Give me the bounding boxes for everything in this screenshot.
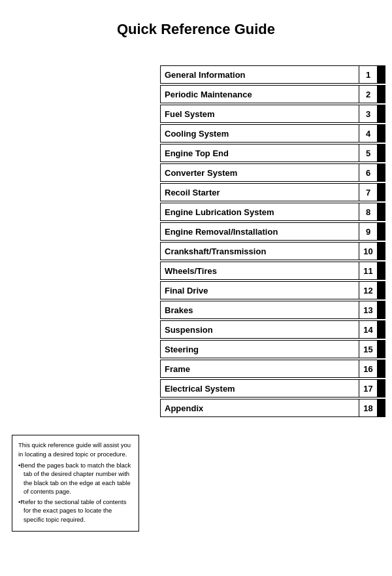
toc-item-number: 7 xyxy=(359,184,377,201)
toc-item-number: 3 xyxy=(359,105,377,122)
toc-item-label: Suspension xyxy=(161,321,359,338)
toc-item-tab xyxy=(377,184,385,201)
toc-item-label: Brakes xyxy=(161,301,359,318)
toc-item-label: Converter System xyxy=(161,164,359,181)
toc-item-label: Engine Top End xyxy=(161,144,359,161)
toc-item-tab xyxy=(377,144,385,161)
toc-item-tab xyxy=(377,164,385,181)
toc-item[interactable]: Final Drive12 xyxy=(160,281,385,299)
toc-item-label: Periodic Maintenance xyxy=(161,86,359,103)
toc-item-number: 18 xyxy=(359,399,377,416)
toc-item-label: Frame xyxy=(161,360,359,377)
toc-item-tab xyxy=(377,66,385,83)
toc-item-number: 17 xyxy=(359,380,377,397)
toc-item-number: 16 xyxy=(359,360,377,377)
toc-item[interactable]: Suspension14 xyxy=(160,320,385,339)
toc-item-tab xyxy=(377,341,385,358)
toc-item[interactable]: Recoil Starter7 xyxy=(160,183,385,201)
toc-item-tab xyxy=(377,399,385,416)
toc-item-number: 9 xyxy=(359,223,377,240)
toc-item-label: Crankshaft/Transmission xyxy=(161,243,359,260)
toc-item-tab xyxy=(377,223,385,240)
toc-item[interactable]: Converter System6 xyxy=(160,163,385,182)
toc-item-label: Cooling System xyxy=(161,125,359,142)
toc-item-tab xyxy=(377,86,385,103)
toc-item-number: 11 xyxy=(359,262,377,279)
toc-item-tab xyxy=(377,301,385,318)
toc-item-label: Wheels/Tires xyxy=(161,262,359,279)
toc-item-tab xyxy=(377,203,385,220)
toc-item-label: Fuel System xyxy=(161,105,359,122)
toc-item[interactable]: Frame16 xyxy=(160,360,385,378)
toc-container: General Information1Periodic Maintenance… xyxy=(160,65,385,418)
toc-item-number: 2 xyxy=(359,86,377,103)
toc-item-label: General Information xyxy=(161,66,359,83)
toc-item-tab xyxy=(377,262,385,279)
toc-item-tab xyxy=(377,380,385,397)
toc-item-number: 8 xyxy=(359,203,377,220)
toc-item-number: 15 xyxy=(359,341,377,358)
info-bullet2: •Refer to the sectional table of content… xyxy=(18,498,133,524)
toc-item[interactable]: Engine Lubrication System8 xyxy=(160,203,385,221)
toc-item-tab xyxy=(377,125,385,142)
toc-item-number: 6 xyxy=(359,164,377,181)
toc-item-tab xyxy=(377,243,385,260)
toc-item[interactable]: Electrical System17 xyxy=(160,379,385,398)
page-title: Quick Reference Guide xyxy=(0,0,392,51)
toc-item[interactable]: Steering15 xyxy=(160,340,385,358)
toc-item[interactable]: Cooling System4 xyxy=(160,124,385,143)
toc-item-tab xyxy=(377,360,385,377)
toc-item-number: 1 xyxy=(359,66,377,83)
toc-item-label: Recoil Starter xyxy=(161,184,359,201)
toc-item-label: Steering xyxy=(161,341,359,358)
toc-item-tab xyxy=(377,321,385,338)
toc-item[interactable]: Engine Removal/Installation9 xyxy=(160,222,385,241)
toc-item[interactable]: Crankshaft/Transmission10 xyxy=(160,242,385,260)
toc-item-tab xyxy=(377,282,385,299)
toc-item-label: Engine Lubrication System xyxy=(161,203,359,220)
toc-item[interactable]: Brakes13 xyxy=(160,301,385,319)
info-intro: This quick reference guide will assist y… xyxy=(18,441,133,458)
toc-item[interactable]: Wheels/Tires11 xyxy=(160,262,385,280)
toc-item-label: Final Drive xyxy=(161,282,359,299)
toc-item-tab xyxy=(377,105,385,122)
toc-item-number: 12 xyxy=(359,282,377,299)
toc-item-number: 4 xyxy=(359,125,377,142)
info-bullet1: •Bend the pages back to match the black … xyxy=(18,461,133,496)
toc-item-number: 13 xyxy=(359,301,377,318)
toc-item[interactable]: Periodic Maintenance2 xyxy=(160,85,385,103)
toc-item[interactable]: Engine Top End5 xyxy=(160,144,385,162)
toc-item[interactable]: Fuel System3 xyxy=(160,105,385,123)
toc-item-label: Electrical System xyxy=(161,380,359,397)
toc-item[interactable]: General Information1 xyxy=(160,65,385,84)
toc-item[interactable]: Appendix18 xyxy=(160,399,385,417)
toc-item-label: Engine Removal/Installation xyxy=(161,223,359,240)
toc-item-label: Appendix xyxy=(161,399,359,416)
toc-item-number: 10 xyxy=(359,243,377,260)
info-box: This quick reference guide will assist y… xyxy=(12,435,139,532)
toc-item-number: 14 xyxy=(359,321,377,338)
toc-item-number: 5 xyxy=(359,144,377,161)
